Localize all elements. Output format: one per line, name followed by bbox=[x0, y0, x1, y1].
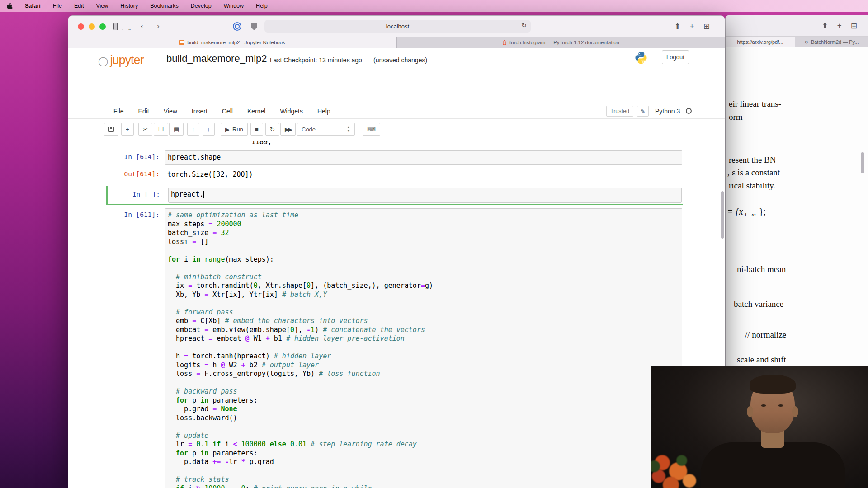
onepassword-icon[interactable] bbox=[233, 22, 241, 31]
jupyter-menu-widgets[interactable]: Widgets bbox=[280, 108, 303, 115]
jupyter-menu-kernel[interactable]: Kernel bbox=[247, 108, 265, 115]
add-cell-button[interactable]: + bbox=[121, 123, 134, 136]
code-line: lossi = [] bbox=[168, 238, 680, 247]
paper-text-fragment: rical stability. bbox=[729, 181, 775, 191]
save-button[interactable] bbox=[104, 123, 118, 136]
chevron-down-icon[interactable]: ⌄ bbox=[127, 23, 132, 33]
menubar-item-edit[interactable]: Edit bbox=[74, 3, 84, 9]
jupyter-menu-edit[interactable]: Edit bbox=[138, 108, 149, 115]
share-icon[interactable]: ⬆ bbox=[822, 21, 828, 31]
cut-cell-button[interactable]: ✂ bbox=[138, 123, 152, 136]
move-cell-up-button[interactable]: ↑ bbox=[187, 123, 199, 136]
back-window-toolbar: ⬆ + ⊞ bbox=[726, 15, 868, 37]
run-button[interactable]: ▶Run bbox=[221, 123, 248, 136]
front-safari-window[interactable]: ⌄ ‹ › localhost ↻ ⬆ + ⊞ build_makemore_m… bbox=[68, 15, 725, 488]
jupyter-menu-insert[interactable]: Insert bbox=[192, 108, 208, 115]
menubar-items-container: SafariFileEditViewHistoryBookmarksDevelo… bbox=[25, 3, 268, 9]
zoom-window-button[interactable] bbox=[99, 23, 106, 30]
jupyter-logo[interactable]: ◯ jupyter bbox=[98, 53, 143, 67]
input-prompt: In [611]: bbox=[106, 208, 164, 488]
run-label: Run bbox=[232, 126, 243, 133]
paper-text-fragment: eir linear trans- bbox=[729, 99, 781, 109]
menubar-item-history[interactable]: History bbox=[120, 3, 138, 9]
code-line: p.data += -lr * p.grad bbox=[168, 458, 680, 467]
person-ear bbox=[792, 406, 798, 417]
code-cell-614[interactable]: In [614]: hpreact.shape bbox=[106, 150, 682, 165]
code-input-area[interactable]: hpreact. bbox=[168, 188, 682, 203]
tab-label: BatchNorm2d — Py... bbox=[811, 39, 859, 45]
apple-logo-icon[interactable] bbox=[6, 3, 13, 9]
reload-icon[interactable]: ↻ bbox=[521, 22, 527, 29]
jupyter-menu-file[interactable]: File bbox=[113, 108, 124, 115]
forward-icon[interactable]: › bbox=[157, 21, 160, 31]
close-window-button[interactable] bbox=[78, 23, 84, 30]
menubar-item-file[interactable]: File bbox=[53, 3, 62, 9]
reload-icon: ↻ bbox=[805, 40, 808, 45]
minimize-window-button[interactable] bbox=[89, 23, 95, 30]
tab-jupyter-notebook[interactable]: build_makemore_mlp2 - Jupyter Notebook bbox=[68, 37, 396, 48]
move-cell-down-button[interactable]: ↓ bbox=[203, 123, 215, 136]
address-bar[interactable]: localhost ↻ bbox=[264, 20, 531, 33]
jupyter-menu-help[interactable]: Help bbox=[317, 108, 330, 115]
copy-cell-button[interactable]: ❐ bbox=[154, 123, 168, 136]
stop-button[interactable]: ■ bbox=[250, 123, 263, 136]
paste-cell-button[interactable]: ▤ bbox=[169, 123, 184, 136]
tab-batchnorm2d[interactable]: ↻ BatchNorm2d — Py... bbox=[795, 37, 868, 47]
menubar-item-view[interactable]: View bbox=[96, 3, 108, 9]
sidebar-icon[interactable] bbox=[113, 23, 123, 30]
notebook-scrollbar[interactable] bbox=[721, 191, 724, 239]
back-window-tabbar: https://arxiv.org/pdf... ↻ BatchNorm2d —… bbox=[726, 37, 868, 47]
code-line: h = torch.tanh(hpreact) # hidden layer bbox=[168, 352, 680, 361]
code-line: ix = torch.randint(0, Xtr.shape[0], (bat… bbox=[168, 282, 680, 291]
code-line bbox=[168, 467, 680, 476]
command-palette-button[interactable]: ⌨ bbox=[363, 123, 380, 136]
cell-type-select[interactable]: Code ▲▼ bbox=[297, 123, 355, 136]
restart-kernel-button[interactable]: ↻ bbox=[265, 123, 279, 136]
paper-text-fragment: 1...m bbox=[744, 211, 756, 218]
clipped-previous-output: 1189, bbox=[251, 141, 288, 146]
menubar-item-window[interactable]: Window bbox=[224, 3, 244, 9]
code-line bbox=[168, 299, 680, 308]
code-line: loss.backward() bbox=[168, 414, 680, 423]
jupyter-menu-cell[interactable]: Cell bbox=[222, 108, 233, 115]
paper-text-fragment: , ε is a constant bbox=[727, 168, 780, 178]
code-input-area[interactable]: hpreact.shape bbox=[165, 150, 682, 165]
code-line: logits = h @ W2 + b2 # output layer bbox=[168, 361, 680, 370]
paper-text-fragment: ni-batch mean bbox=[737, 264, 786, 274]
active-code-cell[interactable]: In [ ]: hpreact. bbox=[106, 186, 683, 205]
tab-overview-icon[interactable]: ⊞ bbox=[851, 21, 857, 31]
restart-run-all-button[interactable]: ▶▶ bbox=[280, 123, 296, 136]
tab-arxiv-pdf[interactable]: https://arxiv.org/pdf... bbox=[726, 37, 795, 47]
back-icon[interactable]: ‹ bbox=[141, 21, 143, 31]
edit-pencil-icon[interactable]: ✎ bbox=[637, 106, 649, 117]
code-cell-611[interactable]: In [611]: # same optimization as last ti… bbox=[106, 208, 682, 488]
code-line: loss = F.cross_entropy(logits, Yb) # los… bbox=[168, 370, 680, 379]
new-tab-icon[interactable]: + bbox=[690, 22, 694, 31]
desktop-wallpaper: SafariFileEditViewHistoryBookmarksDevelo… bbox=[0, 0, 868, 488]
logout-button[interactable]: Logout bbox=[662, 50, 689, 64]
input-prompt: In [614]: bbox=[106, 150, 164, 165]
flower-leaf bbox=[676, 455, 687, 466]
tab-overview-icon[interactable]: ⊞ bbox=[703, 22, 710, 31]
tab-pytorch-docs[interactable]: torch.histogram — PyTorch 1.12 documenta… bbox=[396, 37, 725, 48]
jupyter-menu-view[interactable]: View bbox=[164, 108, 177, 115]
privacy-shield-icon bbox=[251, 23, 257, 30]
code-line bbox=[168, 246, 680, 255]
code-line: p.grad = None bbox=[168, 405, 680, 414]
code-input-area[interactable]: # same optimization as last timemax_step… bbox=[165, 208, 682, 488]
menubar-item-bookmarks[interactable]: Bookmarks bbox=[150, 3, 179, 9]
notebook-title[interactable]: build_makemore_mlp2 bbox=[166, 53, 267, 65]
share-icon[interactable]: ⬆ bbox=[675, 22, 681, 31]
output-prompt: Out[614]: bbox=[106, 168, 164, 178]
trusted-badge[interactable]: Trusted bbox=[606, 106, 633, 117]
code-line: # same optimization as last time bbox=[168, 211, 680, 220]
jupyter-toolbar: + ✂ ❐ ▤ ↑ ↓ ▶Run ■ ↻ ▶▶ Code ▲▼ ⌨ bbox=[68, 119, 725, 141]
menubar-item-develop[interactable]: Develop bbox=[191, 3, 212, 9]
menubar-item-safari[interactable]: Safari bbox=[25, 3, 41, 9]
menubar-item-help[interactable]: Help bbox=[256, 3, 268, 9]
person-eye bbox=[778, 404, 783, 407]
new-tab-icon[interactable]: + bbox=[837, 21, 842, 31]
code-line: for i in range(max_steps): bbox=[168, 255, 680, 264]
back-window-scrollbar[interactable] bbox=[861, 152, 864, 173]
url-text: localhost bbox=[386, 23, 409, 30]
